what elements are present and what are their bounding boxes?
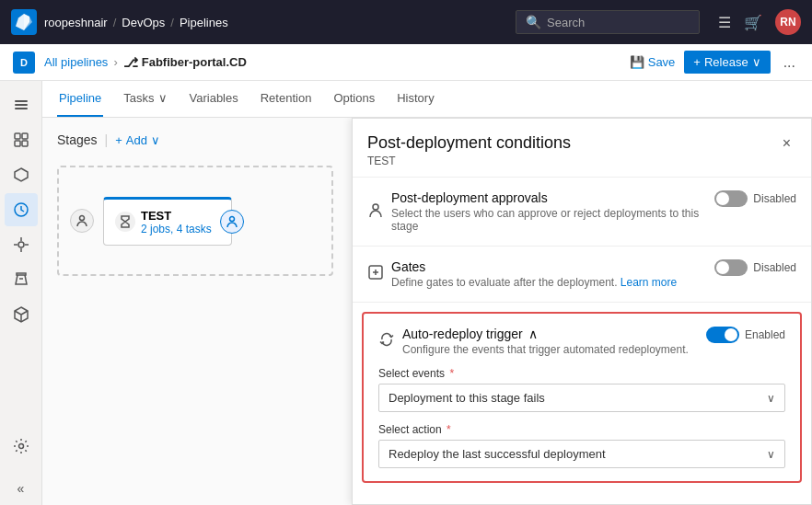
sidebar-item-settings[interactable] bbox=[5, 430, 38, 463]
approvals-section: Post-deployment approvals Select the use… bbox=[353, 178, 811, 247]
svg-rect-0 bbox=[15, 100, 28, 102]
approvals-desc: Select the users who can approve or reje… bbox=[391, 207, 714, 233]
add-chevron-icon: ∨ bbox=[151, 133, 160, 147]
search-icon: 🔍 bbox=[526, 15, 541, 29]
release-button[interactable]: + Release ∨ bbox=[684, 51, 770, 74]
select-events-dropdown[interactable]: Deployment to this stage fails ∨ bbox=[378, 384, 785, 412]
svg-point-9 bbox=[18, 444, 23, 449]
auto-redeploy-desc: Configure the events that trigger automa… bbox=[402, 343, 689, 356]
chevron-down-icon: ∨ bbox=[752, 55, 761, 69]
svg-point-12 bbox=[373, 204, 378, 210]
approvals-icon bbox=[367, 201, 384, 222]
panel-close-button[interactable]: × bbox=[777, 133, 796, 154]
search-box[interactable]: 🔍 bbox=[516, 10, 700, 34]
list-icon[interactable]: ☰ bbox=[718, 14, 731, 31]
search-input[interactable] bbox=[547, 16, 676, 29]
project-icon: D bbox=[13, 52, 35, 74]
sidebar-item-boards[interactable] bbox=[5, 123, 38, 156]
svg-point-10 bbox=[80, 216, 85, 221]
tasks-chevron-icon: ∨ bbox=[158, 91, 168, 105]
svg-rect-1 bbox=[15, 104, 28, 106]
tab-bar: Pipeline Tasks ∨ Variables Retention Opt… bbox=[42, 81, 812, 118]
notifications-icon[interactable]: 🛒 bbox=[744, 14, 762, 31]
gates-toggle[interactable] bbox=[714, 259, 748, 276]
add-stage-button[interactable]: + Add ∨ bbox=[115, 133, 160, 147]
tab-tasks[interactable]: Tasks ∨ bbox=[122, 81, 168, 117]
save-icon: 💾 bbox=[630, 55, 644, 69]
tab-retention[interactable]: Retention bbox=[259, 81, 314, 117]
auto-redeploy-title: Auto-redeploy trigger ∧ bbox=[402, 327, 689, 341]
sidebar-collapse-button[interactable]: « bbox=[5, 472, 38, 505]
save-button[interactable]: 💾 Save bbox=[630, 55, 676, 69]
auto-redeploy-collapse-icon[interactable]: ∧ bbox=[528, 327, 538, 341]
pre-deployment-approvals-icon[interactable] bbox=[70, 209, 94, 233]
tab-pipeline[interactable]: Pipeline bbox=[57, 81, 103, 117]
svg-rect-4 bbox=[22, 133, 28, 139]
tab-options[interactable]: Options bbox=[331, 81, 377, 117]
auto-redeploy-toggle-label: Enabled bbox=[745, 328, 785, 341]
svg-point-8 bbox=[18, 242, 24, 247]
action-chevron-icon: ∨ bbox=[767, 448, 775, 461]
sidebar-item-pipelines[interactable] bbox=[5, 88, 38, 121]
tab-variables[interactable]: Variables bbox=[188, 81, 240, 117]
plus-icon: + bbox=[115, 133, 122, 147]
auto-redeploy-section: Auto-redeploy trigger ∧ Configure the ev… bbox=[362, 312, 802, 483]
stages-label: Stages bbox=[57, 132, 98, 147]
avatar[interactable]: RN bbox=[775, 9, 801, 35]
gates-section: Gates Define gates to evaluate after the… bbox=[353, 247, 811, 303]
breadcrumb-section[interactable]: Pipelines bbox=[180, 16, 228, 29]
more-options-button[interactable]: ... bbox=[780, 51, 799, 75]
pipeline-name: ⎇ Fabfiber-portal.CD bbox=[123, 55, 247, 70]
auto-redeploy-icon bbox=[378, 331, 395, 351]
tab-content: Pipeline Tasks ∨ Variables Retention Opt… bbox=[42, 81, 812, 505]
sidebar-item-test[interactable] bbox=[5, 263, 38, 296]
approvals-toggle-label: Disabled bbox=[753, 192, 796, 205]
svg-rect-5 bbox=[15, 141, 20, 146]
top-nav-icons: ☰ 🛒 RN bbox=[718, 9, 801, 35]
main-area: Stages | + Add ∨ bbox=[42, 118, 812, 505]
events-chevron-icon: ∨ bbox=[767, 392, 775, 405]
top-navigation: roopeshnair / DevOps / Pipelines 🔍 ☰ 🛒 R… bbox=[0, 0, 812, 44]
select-events-group: Select events * Deployment to this stage… bbox=[378, 367, 785, 412]
sidebar-item-release[interactable] bbox=[5, 228, 38, 261]
approvals-toggle[interactable] bbox=[714, 190, 748, 207]
events-required-marker: * bbox=[449, 367, 454, 380]
azure-devops-logo[interactable] bbox=[11, 9, 37, 35]
gates-toggle-label: Disabled bbox=[753, 261, 796, 274]
svg-rect-3 bbox=[15, 133, 20, 139]
tab-history[interactable]: History bbox=[395, 81, 435, 117]
svg-rect-6 bbox=[22, 141, 28, 146]
svg-point-11 bbox=[230, 217, 235, 222]
select-action-dropdown[interactable]: Redeploy the last successful deployment … bbox=[378, 440, 785, 468]
test-stage-card[interactable]: TEST 2 jobs, 4 tasks bbox=[103, 197, 232, 246]
select-action-group: Select action * Redeploy the last succes… bbox=[378, 423, 785, 468]
sidebar-item-repos[interactable] bbox=[5, 158, 38, 191]
breadcrumb: roopeshnair / DevOps / Pipelines bbox=[44, 16, 228, 29]
stage-icon bbox=[115, 212, 135, 232]
all-pipelines-link[interactable]: All pipelines bbox=[44, 55, 108, 69]
breadcrumb-org[interactable]: DevOps bbox=[122, 16, 165, 29]
sidebar-item-builds[interactable] bbox=[5, 193, 38, 226]
breadcrumb-user[interactable]: roopeshnair bbox=[44, 16, 108, 29]
auto-redeploy-toggle[interactable] bbox=[706, 327, 739, 343]
gates-icon bbox=[367, 264, 384, 284]
panel-subtitle: TEST bbox=[367, 155, 571, 167]
select-action-label: Select action * bbox=[378, 423, 785, 436]
approvals-title: Post-deployment approvals bbox=[391, 190, 714, 205]
panel-title: Post-deployment conditions bbox=[367, 133, 571, 153]
stage-container: TEST 2 jobs, 4 tasks bbox=[57, 166, 333, 276]
gates-desc: Define gates to evaluate after the deplo… bbox=[391, 276, 677, 289]
learn-more-link[interactable]: Learn more bbox=[621, 276, 677, 289]
main-layout: « Pipeline Tasks ∨ Variables Retention O… bbox=[0, 81, 812, 505]
second-navigation: D All pipelines › ⎇ Fabfiber-portal.CD 💾… bbox=[0, 44, 812, 81]
sidebar-item-artifacts[interactable] bbox=[5, 298, 38, 331]
gates-title: Gates bbox=[391, 259, 677, 274]
plus-icon: + bbox=[693, 55, 701, 69]
action-required-marker: * bbox=[447, 423, 451, 436]
conditions-panel: Post-deployment conditions TEST × bbox=[352, 118, 812, 505]
stage-name: TEST bbox=[141, 209, 212, 223]
svg-rect-2 bbox=[15, 108, 28, 109]
post-deployment-approvals-icon[interactable] bbox=[220, 210, 244, 234]
stage-jobs: 2 jobs, 4 tasks bbox=[141, 223, 212, 235]
select-events-label: Select events * bbox=[378, 367, 785, 380]
